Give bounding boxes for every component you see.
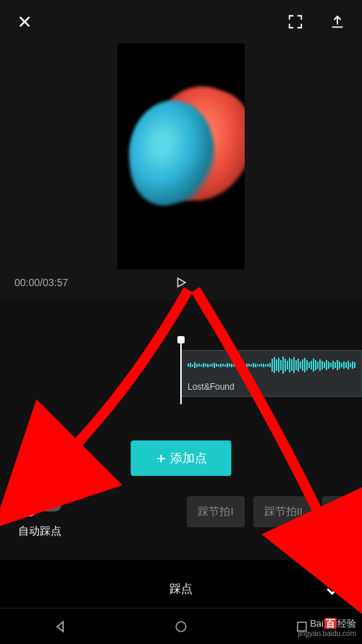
close-button[interactable] [14, 12, 35, 32]
add-point-button[interactable]: 添加点 [131, 440, 232, 476]
track-name: Lost&Found [188, 382, 355, 392]
panel-title: 踩点 [169, 582, 193, 597]
auto-beat-label: 自动踩点 [18, 524, 62, 538]
video-preview[interactable] [117, 43, 245, 269]
back-nav-icon[interactable] [50, 616, 70, 637]
waveform [188, 355, 355, 375]
time-display: 00:00/03:57 [14, 277, 68, 288]
add-point-label: 添加点 [170, 450, 207, 467]
timeline-panel: Lost&Found 添加点 自动踩点 踩节拍I 踩节拍II 踩 [0, 299, 362, 560]
plus-icon [156, 453, 167, 464]
home-nav-icon[interactable] [171, 616, 191, 637]
fullscreen-icon[interactable] [285, 12, 306, 32]
beat-option-2[interactable]: 踩节拍II [253, 496, 313, 527]
bottom-bar: 踩点 [0, 570, 362, 608]
playhead[interactable] [180, 339, 182, 404]
preview-area: 00:00/03:57 [0, 43, 362, 299]
watermark: Bai百经验 jingyan.baidu.com [298, 618, 356, 638]
play-button[interactable] [171, 272, 191, 293]
svg-point-0 [176, 622, 186, 632]
beat-option-1[interactable]: 踩节拍I [187, 496, 244, 527]
audio-track[interactable]: Lost&Found [181, 350, 362, 397]
toggle-knob [17, 493, 40, 517]
export-icon[interactable] [327, 12, 348, 32]
beat-option-3[interactable]: 踩 [322, 496, 351, 527]
confirm-button[interactable] [324, 579, 344, 599]
auto-beat-toggle[interactable] [18, 498, 62, 511]
